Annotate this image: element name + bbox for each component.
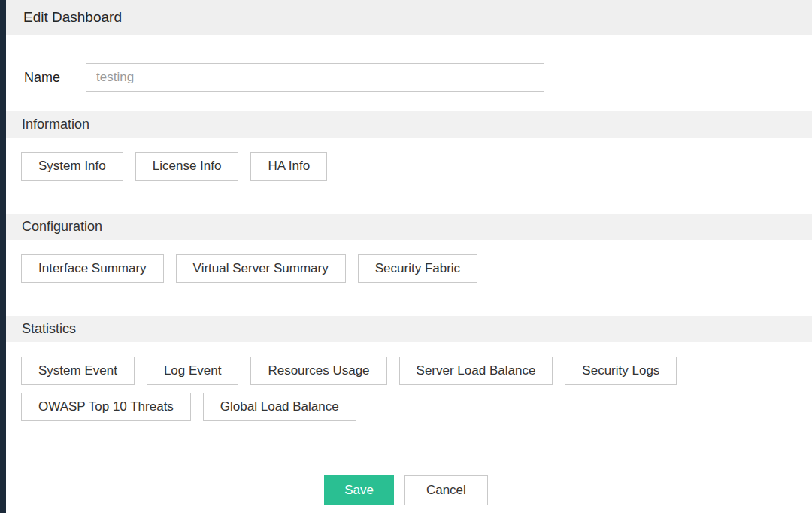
left-edge-strip bbox=[0, 0, 6, 513]
widget-button-license-info[interactable]: License Info bbox=[135, 152, 239, 181]
widget-button-security-logs[interactable]: Security Logs bbox=[565, 357, 677, 385]
widget-button-resources-usage[interactable]: Resources Usage bbox=[250, 357, 386, 385]
widget-button-system-event[interactable]: System Event bbox=[21, 357, 135, 385]
page-title: Edit Dashboard bbox=[23, 9, 122, 26]
section-title: Configuration bbox=[22, 219, 102, 234]
footer-actions: Save Cancel bbox=[0, 475, 812, 505]
section-header-information: Information bbox=[0, 111, 812, 138]
edit-dashboard-header: Edit Dashboard bbox=[0, 0, 812, 35]
widget-button-global-load-balance[interactable]: Global Load Balance bbox=[203, 393, 356, 421]
section-title: Information bbox=[22, 117, 89, 132]
widget-button-log-event[interactable]: Log Event bbox=[147, 357, 239, 385]
save-button[interactable]: Save bbox=[324, 475, 394, 505]
section-header-statistics: Statistics bbox=[0, 316, 812, 342]
widget-button-virtual-server-summary[interactable]: Virtual Server Summary bbox=[176, 254, 346, 283]
widget-button-security-fabric[interactable]: Security Fabric bbox=[358, 254, 477, 283]
name-label: Name bbox=[24, 70, 60, 86]
statistics-widget-row: System Event Log Event Resources Usage S… bbox=[0, 342, 812, 421]
widget-button-system-info[interactable]: System Info bbox=[21, 152, 123, 181]
widget-button-interface-summary[interactable]: Interface Summary bbox=[21, 254, 164, 283]
configuration-widget-row: Interface Summary Virtual Server Summary… bbox=[0, 240, 812, 283]
widget-button-server-load-balance[interactable]: Server Load Balance bbox=[399, 357, 553, 385]
widget-button-owasp-top-10-threats[interactable]: OWASP Top 10 Threats bbox=[21, 393, 191, 421]
section-title: Statistics bbox=[22, 321, 76, 336]
dashboard-name-input[interactable] bbox=[86, 63, 544, 92]
information-widget-row: System Info License Info HA Info bbox=[0, 138, 812, 181]
name-row: Name bbox=[24, 63, 812, 92]
widget-button-ha-info[interactable]: HA Info bbox=[250, 152, 327, 181]
cancel-button[interactable]: Cancel bbox=[404, 475, 488, 505]
section-header-configuration: Configuration bbox=[0, 214, 812, 240]
